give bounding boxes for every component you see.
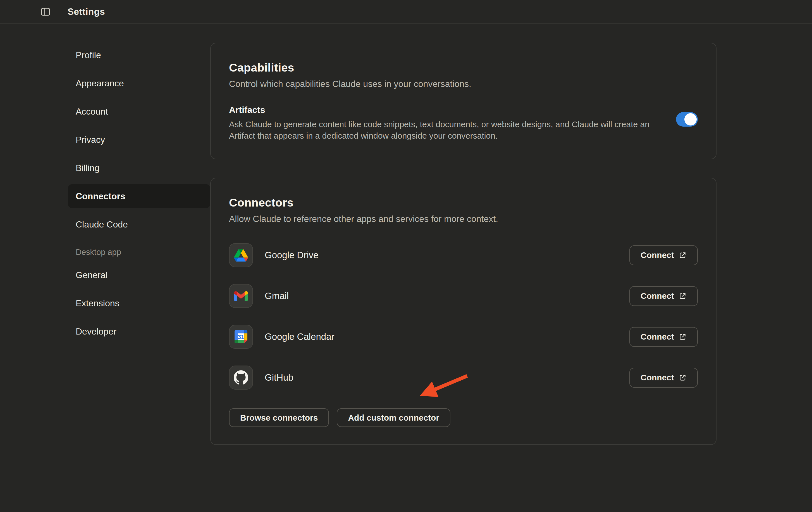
artifacts-text: Artifacts Ask Claude to generate content… [229, 105, 676, 141]
sidebar-item-connectors[interactable]: Connectors [68, 184, 210, 208]
sidebar-item-billing[interactable]: Billing [68, 156, 210, 180]
settings-sidebar: Profile Appearance Account Privacy Billi… [68, 24, 210, 445]
connect-label: Connect [641, 291, 674, 301]
artifacts-label: Artifacts [229, 105, 676, 115]
page-title: Settings [67, 6, 105, 17]
artifacts-description: Ask Claude to generate content like code… [229, 118, 652, 141]
connector-name: GitHub [265, 372, 293, 383]
connector-row-gmail: Gmail Connect [229, 284, 698, 308]
connect-label: Connect [641, 332, 674, 342]
toggle-knob [685, 113, 697, 126]
connector-row-github: GitHub Connect [229, 366, 698, 389]
svg-text:31: 31 [238, 334, 244, 340]
sidebar-item-privacy[interactable]: Privacy [68, 128, 210, 152]
external-link-icon [678, 292, 687, 300]
external-link-icon [678, 251, 687, 259]
connectors-subtitle: Allow Claude to reference other apps and… [229, 214, 698, 224]
sidebar-item-claude-code[interactable]: Claude Code [68, 212, 210, 237]
connect-label: Connect [641, 373, 674, 382]
connect-label: Connect [641, 250, 674, 260]
sidebar-section-desktop-app: Desktop app [68, 248, 210, 257]
artifacts-toggle[interactable] [676, 112, 698, 127]
google-calendar-icon: 31 [229, 325, 253, 349]
connect-google-drive-button[interactable]: Connect [629, 245, 698, 265]
connect-google-calendar-button[interactable]: Connect [629, 327, 698, 347]
connect-github-button[interactable]: Connect [629, 368, 698, 388]
connector-name: Gmail [265, 291, 289, 301]
browse-connectors-button[interactable]: Browse connectors [229, 408, 329, 427]
sidebar-item-extensions[interactable]: Extensions [68, 291, 210, 315]
sidebar-item-appearance[interactable]: Appearance [68, 71, 210, 95]
external-link-icon [678, 333, 687, 341]
capabilities-title: Capabilities [229, 61, 698, 74]
gmail-icon [229, 284, 253, 308]
browse-connectors-label: Browse connectors [240, 413, 318, 423]
sidebar-toggle-icon[interactable] [41, 7, 50, 16]
settings-main: Capabilities Control which capabilities … [210, 24, 717, 445]
topbar: Settings [0, 0, 812, 24]
connectors-title: Connectors [229, 196, 698, 209]
github-icon [229, 366, 253, 389]
connect-gmail-button[interactable]: Connect [629, 286, 698, 306]
google-drive-icon [229, 243, 253, 267]
add-custom-connector-label: Add custom connector [348, 413, 439, 423]
capabilities-subtitle: Control which capabilities Claude uses i… [229, 79, 698, 89]
sidebar-item-account[interactable]: Account [68, 100, 210, 124]
connectors-footer: Browse connectors Add custom connector [229, 408, 698, 427]
sidebar-item-profile[interactable]: Profile [68, 43, 210, 67]
sidebar-item-developer[interactable]: Developer [68, 319, 210, 344]
add-custom-connector-button[interactable]: Add custom connector [337, 408, 451, 427]
external-link-icon [678, 374, 687, 382]
artifacts-setting-row: Artifacts Ask Claude to generate content… [229, 105, 698, 141]
connectors-card: Connectors Allow Claude to reference oth… [210, 178, 717, 445]
connector-name: Google Calendar [265, 331, 335, 342]
sidebar-item-general[interactable]: General [68, 263, 210, 287]
capabilities-card: Capabilities Control which capabilities … [210, 43, 717, 159]
connector-row-google-calendar: 31 Google Calendar Connect [229, 325, 698, 349]
content: Profile Appearance Account Privacy Billi… [0, 24, 812, 445]
connector-name: Google Drive [265, 250, 319, 261]
connector-row-google-drive: Google Drive Connect [229, 243, 698, 267]
